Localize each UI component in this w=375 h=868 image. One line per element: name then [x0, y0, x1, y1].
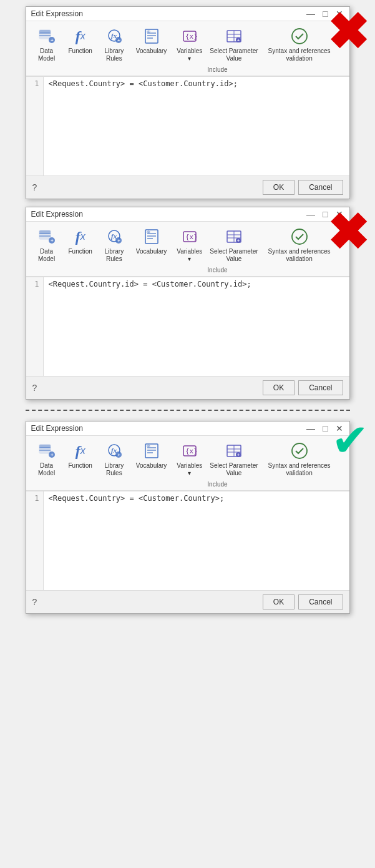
- variables-icon-2: {x}: [180, 227, 200, 247]
- svg-text:+: +: [117, 452, 120, 458]
- svg-text:{x}: {x}: [185, 447, 198, 455]
- ok-button-3[interactable]: OK: [263, 594, 295, 609]
- x-mark-1: ✖: [327, 3, 369, 61]
- code-content-2[interactable]: <Request.Country.id> = <Customer.Country…: [44, 277, 349, 376]
- toolbar-2: + DataModel fx Function fx: [26, 222, 349, 277]
- help-icon-1[interactable]: ?: [32, 182, 37, 192]
- cancel-button-1[interactable]: Cancel: [298, 180, 343, 195]
- footer-1: ? OK Cancel: [26, 176, 349, 199]
- vocabulary-icon-3: ab: [142, 441, 162, 461]
- svg-text:{x}: {x}: [185, 32, 198, 41]
- toolbar-vocabulary-label-2: Vocabulary: [136, 248, 167, 255]
- dashed-divider: [26, 410, 350, 411]
- line-number-1: 1: [30, 79, 39, 88]
- svg-rect-49: [39, 445, 51, 448]
- code-line-3: <Request.Country> = <Customer.Country>;: [49, 494, 225, 503]
- toolbar-group-include-items-1: {x} Variables▾: [173, 24, 261, 65]
- x-mark-2: ✖: [327, 204, 369, 262]
- help-icon-3[interactable]: ?: [32, 597, 37, 607]
- library-rules-icon-3: fx +: [104, 441, 124, 461]
- editor-content-3[interactable]: 1 <Request.Country> = <Customer.Country>…: [26, 491, 349, 591]
- dialog-title-3: Edit Expression: [31, 424, 83, 433]
- data-model-icon-2: +: [37, 227, 57, 247]
- toolbar-syntax-validation-2[interactable]: Syntax and referencesvalidation: [265, 224, 334, 265]
- titlebar-2: Edit Expression — □ ✕: [26, 207, 349, 222]
- toolbar-variables-label-1: Variables▾: [177, 47, 202, 62]
- toolbar-variables-3[interactable]: {x} Variables▾: [173, 438, 206, 480]
- error-x-icon-1: ✖: [327, 3, 369, 61]
- data-model-icon-3: +: [37, 441, 57, 461]
- vocabulary-icon-2: ab: [142, 227, 162, 247]
- svg-point-71: [292, 443, 307, 458]
- svg-text:+: +: [117, 37, 120, 43]
- function-icon-2: fx: [71, 227, 90, 247]
- toolbar-syntax-validation-1[interactable]: Syntax and referencesvalidation: [265, 24, 334, 65]
- toolbar-select-param-label-2: Select ParameterValue: [210, 248, 258, 263]
- page-container: ✖ Edit Expression — □ ✕: [0, 0, 375, 623]
- check-mark-3: ✔: [331, 418, 369, 463]
- code-content-1[interactable]: <Request.Country> = <Customer.Country.id…: [44, 77, 349, 175]
- toolbar-function-2[interactable]: fx Function: [65, 224, 96, 258]
- toolbar-select-param-2[interactable]: + Select ParameterValue: [206, 224, 261, 265]
- svg-text:+: +: [51, 238, 54, 244]
- toolbar-variables-2[interactable]: {x} Variables▾: [173, 224, 206, 265]
- svg-point-23: [292, 29, 307, 44]
- code-content-3[interactable]: <Request.Country> = <Customer.Country>;: [44, 491, 349, 590]
- toolbar-vocabulary-3[interactable]: ab Vocabulary: [132, 438, 170, 472]
- function-icon-1: fx: [71, 26, 90, 46]
- cancel-button-3[interactable]: Cancel: [298, 594, 343, 609]
- titlebar-1: Edit Expression — □ ✕: [26, 7, 349, 21]
- toolbar-library-rules-1[interactable]: fx + LibraryRules: [99, 24, 130, 65]
- minimize-button-1[interactable]: —: [305, 9, 316, 18]
- cancel-button-2[interactable]: Cancel: [298, 380, 343, 395]
- toolbar-data-model-3[interactable]: + DataModel: [31, 438, 62, 480]
- error-x-icon-2: ✖: [327, 204, 369, 262]
- toolbar-function-label-1: Function: [69, 47, 92, 55]
- variables-icon-1: {x}: [180, 26, 200, 46]
- ok-button-2[interactable]: OK: [263, 380, 295, 395]
- toolbar-data-model-2[interactable]: + DataModel: [31, 224, 62, 265]
- section-1: ✖ Edit Expression — □ ✕: [0, 6, 375, 202]
- toolbar-select-param-label-3: Select ParameterValue: [210, 462, 258, 477]
- svg-text:+: +: [237, 38, 240, 42]
- minimize-button-2[interactable]: —: [305, 210, 316, 219]
- toolbar-syntax-label-3: Syntax and referencesvalidation: [268, 462, 331, 477]
- select-param-icon-1: +: [224, 26, 244, 46]
- toolbar-function-label-3: Function: [69, 462, 92, 470]
- toolbar-function-3[interactable]: fx Function: [65, 438, 96, 472]
- toolbar-syntax-validation-3[interactable]: Syntax and referencesvalidation: [265, 438, 334, 480]
- toolbar-3: + DataModel fx Function fx: [26, 436, 349, 491]
- line-number-2: 1: [30, 280, 39, 289]
- toolbar-syntax-label-2: Syntax and referencesvalidation: [268, 248, 331, 263]
- toolbar-select-param-3[interactable]: + Select ParameterValue: [206, 438, 261, 480]
- ok-button-1[interactable]: OK: [263, 180, 295, 195]
- minimize-button-3[interactable]: —: [305, 424, 316, 433]
- toolbar-function-1[interactable]: fx Function: [65, 24, 96, 57]
- include-group-label-1: Include: [207, 66, 227, 73]
- function-icon-3: fx: [71, 441, 90, 461]
- dialog-1: Edit Expression — □ ✕: [26, 6, 350, 199]
- toolbar-variables-label-3: Variables▾: [177, 462, 202, 477]
- toolbar-vocabulary-2[interactable]: ab Vocabulary: [132, 224, 170, 258]
- editor-content-1[interactable]: 1 <Request.Country> = <Customer.Country.…: [26, 76, 349, 176]
- toolbar-group-include-2: {x} Variables▾: [173, 224, 261, 274]
- toolbar-library-rules-3[interactable]: fx + LibraryRules: [99, 438, 130, 480]
- svg-text:+: +: [51, 452, 54, 458]
- editor-content-2[interactable]: 1 <Request.Country.id> = <Customer.Count…: [26, 277, 349, 377]
- toolbar-vocabulary-1[interactable]: ab Vocabulary: [132, 24, 170, 57]
- toolbar-variables-1[interactable]: {x} Variables▾: [173, 24, 206, 65]
- editor-area-1: 1 <Request.Country> = <Customer.Country.…: [26, 76, 349, 176]
- toolbar-library-rules-2[interactable]: fx + LibraryRules: [99, 224, 130, 265]
- svg-text:ab: ab: [147, 230, 150, 234]
- maximize-button-3[interactable]: □: [321, 424, 329, 433]
- toolbar-select-param-1[interactable]: + Select ParameterValue: [206, 24, 261, 65]
- toolbar-function-label-2: Function: [69, 248, 92, 255]
- help-icon-2[interactable]: ?: [32, 383, 37, 393]
- line-numbers-2: 1: [26, 277, 44, 376]
- toolbar-data-model-1[interactable]: + DataModel: [31, 24, 62, 65]
- library-rules-icon-2: fx +: [104, 227, 124, 247]
- svg-rect-25: [39, 230, 51, 234]
- toolbar-library-rules-label-3: LibraryRules: [105, 462, 124, 477]
- toolbar-data-model-label-2: DataModel: [38, 248, 55, 263]
- toolbar-group-include-items-3: {x} Variables▾: [173, 438, 261, 480]
